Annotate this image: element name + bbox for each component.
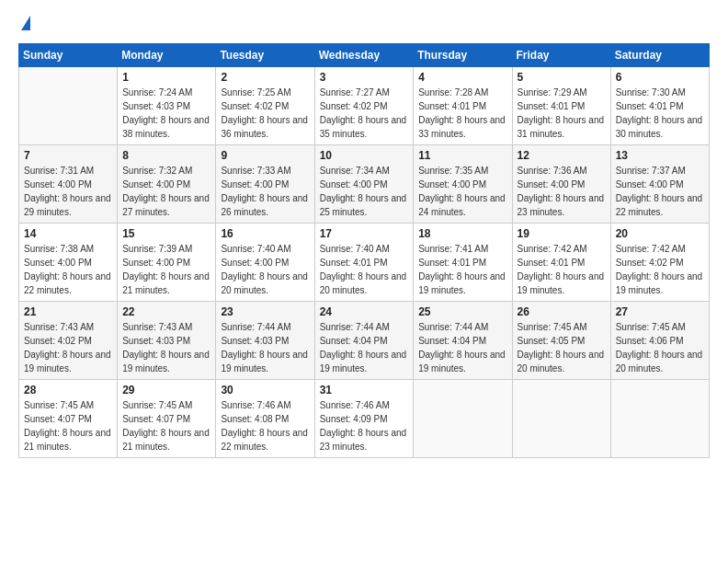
day-info: Sunrise: 7:40 AMSunset: 4:01 PMDaylight:… xyxy=(320,244,407,295)
page: SundayMondayTuesdayWednesdayThursdayFrid… xyxy=(0,0,728,563)
day-cell: 16 Sunrise: 7:40 AMSunset: 4:00 PMDaylig… xyxy=(216,224,314,302)
day-info: Sunrise: 7:45 AMSunset: 4:07 PMDaylight:… xyxy=(24,400,111,452)
day-cell xyxy=(512,380,610,458)
logo-line1 xyxy=(18,15,30,34)
day-number: 24 xyxy=(320,305,409,318)
day-cell: 22 Sunrise: 7:43 AMSunset: 4:03 PMDaylig… xyxy=(118,302,216,380)
day-info: Sunrise: 7:40 AMSunset: 4:00 PMDaylight:… xyxy=(221,244,308,295)
day-cell: 12 Sunrise: 7:36 AMSunset: 4:00 PMDaylig… xyxy=(512,145,610,224)
day-number: 15 xyxy=(122,227,210,240)
day-info: Sunrise: 7:45 AMSunset: 4:07 PMDaylight:… xyxy=(122,400,210,452)
day-info: Sunrise: 7:41 AMSunset: 4:01 PMDaylight:… xyxy=(418,244,506,295)
col-header-friday: Friday xyxy=(512,44,610,67)
day-cell: 31 Sunrise: 7:46 AMSunset: 4:09 PMDaylig… xyxy=(314,380,414,458)
day-cell: 30 Sunrise: 7:46 AMSunset: 4:08 PMDaylig… xyxy=(216,380,314,458)
col-header-saturday: Saturday xyxy=(610,44,709,67)
day-cell xyxy=(414,380,512,458)
logo xyxy=(18,15,30,34)
day-number: 17 xyxy=(320,227,409,240)
day-number: 30 xyxy=(221,384,309,396)
col-header-sunday: Sunday xyxy=(19,44,118,67)
day-info: Sunrise: 7:43 AMSunset: 4:03 PMDaylight:… xyxy=(122,322,210,373)
day-info: Sunrise: 7:43 AMSunset: 4:02 PMDaylight:… xyxy=(24,322,111,373)
day-cell: 25 Sunrise: 7:44 AMSunset: 4:04 PMDaylig… xyxy=(414,302,512,380)
day-cell: 14 Sunrise: 7:38 AMSunset: 4:00 PMDaylig… xyxy=(19,224,118,302)
day-cell: 2 Sunrise: 7:25 AMSunset: 4:02 PMDayligh… xyxy=(216,67,314,145)
day-cell: 26 Sunrise: 7:45 AMSunset: 4:05 PMDaylig… xyxy=(512,302,610,380)
day-cell: 20 Sunrise: 7:42 AMSunset: 4:02 PMDaylig… xyxy=(610,224,709,302)
day-info: Sunrise: 7:39 AMSunset: 4:00 PMDaylight:… xyxy=(122,244,210,295)
day-cell: 3 Sunrise: 7:27 AMSunset: 4:02 PMDayligh… xyxy=(314,67,414,145)
day-number: 5 xyxy=(518,71,606,84)
day-cell: 29 Sunrise: 7:45 AMSunset: 4:07 PMDaylig… xyxy=(118,380,216,458)
day-info: Sunrise: 7:42 AMSunset: 4:01 PMDaylight:… xyxy=(518,244,605,295)
day-cell: 11 Sunrise: 7:35 AMSunset: 4:00 PMDaylig… xyxy=(414,145,512,224)
day-cell: 10 Sunrise: 7:34 AMSunset: 4:00 PMDaylig… xyxy=(314,145,414,224)
day-cell: 13 Sunrise: 7:37 AMSunset: 4:00 PMDaylig… xyxy=(610,145,709,224)
day-info: Sunrise: 7:44 AMSunset: 4:04 PMDaylight:… xyxy=(418,322,506,373)
day-info: Sunrise: 7:34 AMSunset: 4:00 PMDaylight:… xyxy=(320,166,407,217)
day-info: Sunrise: 7:30 AMSunset: 4:01 PMDaylight:… xyxy=(616,87,703,139)
day-number: 29 xyxy=(122,384,210,396)
day-cell: 1 Sunrise: 7:24 AMSunset: 4:03 PMDayligh… xyxy=(118,67,216,145)
day-info: Sunrise: 7:27 AMSunset: 4:02 PMDaylight:… xyxy=(320,87,407,139)
day-info: Sunrise: 7:25 AMSunset: 4:02 PMDaylight:… xyxy=(221,87,308,139)
day-info: Sunrise: 7:36 AMSunset: 4:00 PMDaylight:… xyxy=(518,166,605,217)
col-header-thursday: Thursday xyxy=(414,44,512,67)
col-header-tuesday: Tuesday xyxy=(216,44,314,67)
week-row-4: 21 Sunrise: 7:43 AMSunset: 4:02 PMDaylig… xyxy=(19,302,710,380)
day-number: 1 xyxy=(122,71,210,84)
day-info: Sunrise: 7:46 AMSunset: 4:09 PMDaylight:… xyxy=(320,400,407,452)
day-number: 21 xyxy=(24,305,112,318)
day-number: 27 xyxy=(616,305,704,318)
day-number: 8 xyxy=(122,149,210,162)
calendar-header-row: SundayMondayTuesdayWednesdayThursdayFrid… xyxy=(19,44,710,67)
day-info: Sunrise: 7:45 AMSunset: 4:06 PMDaylight:… xyxy=(616,322,703,373)
day-info: Sunrise: 7:24 AMSunset: 4:03 PMDaylight:… xyxy=(122,87,210,139)
day-cell: 9 Sunrise: 7:33 AMSunset: 4:00 PMDayligh… xyxy=(216,145,314,224)
day-info: Sunrise: 7:29 AMSunset: 4:01 PMDaylight:… xyxy=(518,87,605,139)
week-row-1: 1 Sunrise: 7:24 AMSunset: 4:03 PMDayligh… xyxy=(19,67,710,145)
day-number: 2 xyxy=(221,71,309,84)
day-number: 3 xyxy=(320,71,409,84)
day-cell: 8 Sunrise: 7:32 AMSunset: 4:00 PMDayligh… xyxy=(118,145,216,224)
day-number: 26 xyxy=(518,305,606,318)
day-cell: 27 Sunrise: 7:45 AMSunset: 4:06 PMDaylig… xyxy=(610,302,709,380)
day-number: 28 xyxy=(24,384,112,396)
day-cell: 5 Sunrise: 7:29 AMSunset: 4:01 PMDayligh… xyxy=(512,67,610,145)
day-cell: 24 Sunrise: 7:44 AMSunset: 4:04 PMDaylig… xyxy=(314,302,414,380)
day-info: Sunrise: 7:32 AMSunset: 4:00 PMDaylight:… xyxy=(122,166,210,217)
day-number: 23 xyxy=(221,305,309,318)
day-info: Sunrise: 7:46 AMSunset: 4:08 PMDaylight:… xyxy=(221,400,308,452)
day-cell xyxy=(19,67,118,145)
week-row-3: 14 Sunrise: 7:38 AMSunset: 4:00 PMDaylig… xyxy=(19,224,710,302)
day-number: 10 xyxy=(320,149,409,162)
calendar-table: SundayMondayTuesdayWednesdayThursdayFrid… xyxy=(18,43,710,458)
col-header-wednesday: Wednesday xyxy=(314,44,414,67)
day-cell: 7 Sunrise: 7:31 AMSunset: 4:00 PMDayligh… xyxy=(19,145,118,224)
day-number: 7 xyxy=(24,149,112,162)
day-info: Sunrise: 7:44 AMSunset: 4:04 PMDaylight:… xyxy=(320,322,407,373)
header xyxy=(18,15,710,34)
day-info: Sunrise: 7:42 AMSunset: 4:02 PMDaylight:… xyxy=(616,244,703,295)
logo-lines xyxy=(18,15,30,34)
day-info: Sunrise: 7:38 AMSunset: 4:00 PMDaylight:… xyxy=(24,244,111,295)
day-cell: 18 Sunrise: 7:41 AMSunset: 4:01 PMDaylig… xyxy=(414,224,512,302)
week-row-5: 28 Sunrise: 7:45 AMSunset: 4:07 PMDaylig… xyxy=(19,380,710,458)
day-number: 4 xyxy=(418,71,506,84)
day-cell: 6 Sunrise: 7:30 AMSunset: 4:01 PMDayligh… xyxy=(610,67,709,145)
day-number: 20 xyxy=(616,227,704,240)
day-cell: 17 Sunrise: 7:40 AMSunset: 4:01 PMDaylig… xyxy=(314,224,414,302)
day-info: Sunrise: 7:28 AMSunset: 4:01 PMDaylight:… xyxy=(418,87,506,139)
day-number: 31 xyxy=(320,384,409,396)
day-cell xyxy=(610,380,709,458)
day-info: Sunrise: 7:33 AMSunset: 4:00 PMDaylight:… xyxy=(221,166,308,217)
day-number: 25 xyxy=(418,305,506,318)
day-number: 18 xyxy=(418,227,506,240)
col-header-monday: Monday xyxy=(118,44,216,67)
day-info: Sunrise: 7:35 AMSunset: 4:00 PMDaylight:… xyxy=(418,166,506,217)
day-number: 22 xyxy=(122,305,210,318)
day-cell: 4 Sunrise: 7:28 AMSunset: 4:01 PMDayligh… xyxy=(414,67,512,145)
day-info: Sunrise: 7:45 AMSunset: 4:05 PMDaylight:… xyxy=(518,322,605,373)
day-number: 12 xyxy=(518,149,606,162)
